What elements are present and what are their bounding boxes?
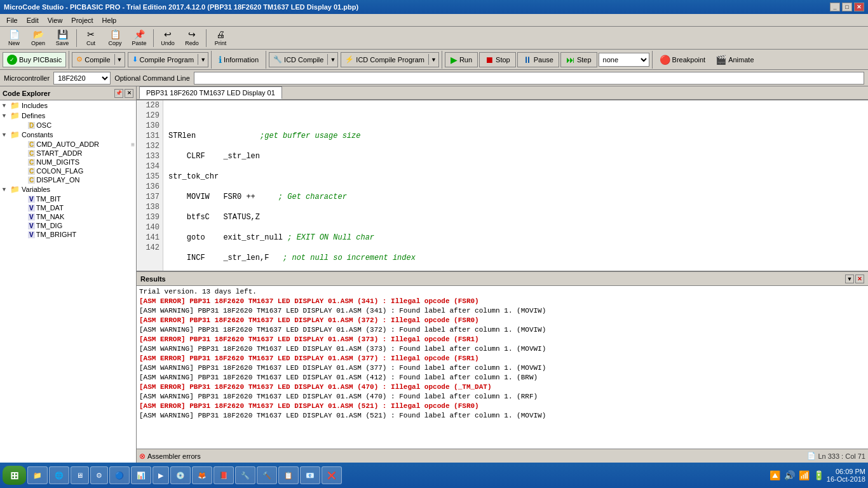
cmd-label: CMD_AUTO_ADDR bbox=[36, 140, 99, 148]
tab-bar: PBP31 18F2620 TM1637 LED Display 01 bbox=[137, 86, 868, 100]
debug-select[interactable]: none bbox=[599, 53, 649, 67]
cut-button[interactable]: ✂ Cut bbox=[79, 29, 102, 48]
taskbar-app2[interactable]: 🔨 bbox=[257, 466, 277, 484]
taskbar-settings[interactable]: ⚙ bbox=[90, 466, 108, 484]
taskbar-excel[interactable]: 📊 bbox=[131, 466, 151, 484]
run-button[interactable]: ▶ Run bbox=[445, 52, 478, 67]
tab-label: PBP31 18F2620 TM1637 LED Display 01 bbox=[146, 89, 275, 97]
animate-button[interactable]: 🎬 Animate bbox=[711, 52, 758, 67]
microcontroller-select[interactable]: 18F2620 bbox=[53, 72, 111, 85]
position-label: Ln 333 : Col 71 bbox=[818, 452, 865, 460]
sidebar-item-defines[interactable]: ▼ 📁 Defines bbox=[0, 111, 136, 121]
sidebar-item-osc[interactable]: D OSC bbox=[0, 121, 136, 130]
taskbar: ⊞ 📁 🌐 🖥 ⚙ 🔵 📊 ▶ 💿 🦊 📕 🔧 🔨 📋 📧 ❌ bbox=[0, 463, 868, 488]
numdig-type-badge: C bbox=[28, 159, 35, 166]
paste-button[interactable]: 📌 Paste bbox=[128, 29, 151, 48]
save-button[interactable]: 💾 Save bbox=[51, 29, 74, 48]
taskbar-internet-explorer[interactable]: 🔵 bbox=[109, 466, 130, 484]
start-label: START_ADDR bbox=[36, 149, 82, 157]
code-content[interactable]: STRlen ;get buffer usage size CLRF _str_… bbox=[163, 100, 868, 271]
menu-help[interactable]: Help bbox=[98, 15, 121, 25]
taskbar-media[interactable]: ▶ bbox=[153, 466, 169, 484]
icd-compile-arrow[interactable]: ▼ bbox=[328, 55, 337, 64]
new-button[interactable]: 📄 New bbox=[3, 29, 25, 48]
sidebar-item-includes[interactable]: ▼ 📁 Includes bbox=[0, 100, 136, 111]
print-button[interactable]: 🖨 Print bbox=[209, 29, 232, 48]
menu-project[interactable]: Project bbox=[67, 15, 97, 25]
compile-program-dropdown[interactable]: ⬇ Compile Program ▼ bbox=[128, 52, 209, 67]
sidebar-item-tm-dig[interactable]: V TM_DIG bbox=[0, 221, 136, 230]
sidebar-item-start-addr[interactable]: C START_ADDR bbox=[0, 149, 136, 158]
taskbar-browser[interactable]: 🌐 bbox=[49, 466, 69, 484]
sidebar-item-variables[interactable]: ▼ 📁 Variables bbox=[0, 184, 136, 194]
pause-button[interactable]: ⏸ Pause bbox=[517, 52, 559, 67]
taskbar-file-manager[interactable]: 📁 bbox=[27, 466, 48, 484]
sidebar-header: Code Explorer 📌 ✕ bbox=[0, 86, 136, 100]
menu-view[interactable]: View bbox=[44, 15, 67, 25]
paste-icon: 📌 bbox=[134, 29, 145, 39]
optional-command-input[interactable] bbox=[194, 72, 864, 85]
sidebar-close-button[interactable]: ✕ bbox=[125, 89, 133, 98]
results-close-button[interactable]: ✕ bbox=[855, 274, 864, 283]
results-dropdown-button[interactable]: ▼ bbox=[845, 274, 854, 283]
compile-dropdown[interactable]: ⚙ Compile ▼ bbox=[72, 52, 125, 67]
taskbar-storage[interactable]: 💿 bbox=[170, 466, 191, 484]
menu-file[interactable]: File bbox=[3, 15, 22, 25]
taskbar-app3[interactable]: 📋 bbox=[278, 466, 299, 484]
includes-expander: ▼ bbox=[1, 102, 10, 109]
taskbar-mozilla[interactable]: 🦊 bbox=[192, 466, 212, 484]
sidebar-item-colon-flag[interactable]: C COLON_FLAG bbox=[0, 166, 136, 175]
menu-edit[interactable]: Edit bbox=[23, 15, 43, 25]
sidebar-item-tm-dat[interactable]: V TM_DAT bbox=[0, 203, 136, 212]
sidebar-item-constants[interactable]: ▼ 📁 Constants bbox=[0, 130, 136, 140]
results-content[interactable]: Trial version. 13 days left. [ASM ERROR]… bbox=[137, 286, 868, 449]
taskbar-pickit[interactable]: 🔧 bbox=[235, 466, 255, 484]
compile-program-arrow[interactable]: ▼ bbox=[198, 55, 208, 64]
redo-button[interactable]: ↪ Redo bbox=[180, 29, 203, 48]
step-button[interactable]: ⏭ Step bbox=[560, 52, 597, 67]
maximize-button[interactable]: □ bbox=[842, 3, 852, 11]
undo-button[interactable]: ↩ Undo bbox=[156, 29, 179, 48]
sidebar-item-cmd-auto-addr[interactable]: C CMD_AUTO_ADDR ≡ bbox=[0, 140, 136, 149]
taskbar-app5[interactable]: ❌ bbox=[322, 466, 342, 484]
code-editor[interactable]: 128 129 130 131 132 133 134 135 136 137 … bbox=[137, 100, 868, 271]
taskbar-terminal[interactable]: 🖥 bbox=[71, 466, 89, 484]
result-line-7: [ASM ERROR] PBP31 18F2620 TM1637 LED DIS… bbox=[139, 354, 865, 363]
sidebar-pin-button[interactable]: 📌 bbox=[114, 89, 123, 98]
defines-label: Defines bbox=[22, 112, 45, 119]
taskbar-app4[interactable]: 📧 bbox=[300, 466, 320, 484]
open-button[interactable]: 📂 Open bbox=[27, 29, 50, 48]
tab-main[interactable]: PBP31 18F2620 TM1637 LED Display 01 bbox=[139, 86, 282, 99]
icd-compile-main[interactable]: 🔧 ICD Compile bbox=[269, 54, 328, 65]
minimize-button[interactable]: _ bbox=[830, 3, 840, 11]
icd-compile-program-arrow[interactable]: ▼ bbox=[429, 55, 438, 64]
sidebar-item-tm-bit[interactable]: V TM_BIT bbox=[0, 194, 136, 203]
stop-button[interactable]: ⏹ Stop bbox=[479, 52, 516, 67]
main-layout: Code Explorer 📌 ✕ ▼ 📁 Includes ▼ 📁 Defin bbox=[0, 86, 868, 463]
sidebar-item-tm-nak[interactable]: V TM_NAK bbox=[0, 212, 136, 221]
sidebar-item-display-on[interactable]: C DISPLAY_ON bbox=[0, 175, 136, 184]
icd-compile-program-dropdown[interactable]: ⚡ ICD Compile Program ▼ bbox=[341, 52, 439, 67]
breakpoint-button[interactable]: 🔴 Breakpoint bbox=[655, 52, 710, 67]
copy-button[interactable]: 📋 Copy bbox=[104, 29, 126, 48]
taskbar-pdf[interactable]: 📕 bbox=[214, 466, 234, 484]
start-button[interactable]: ⊞ bbox=[3, 466, 26, 485]
result-line-3: [ASM ERROR] PBP31 18F2620 TM1637 LED DIS… bbox=[139, 316, 865, 325]
close-button[interactable]: ✕ bbox=[854, 3, 864, 11]
icd-compile-dropdown[interactable]: 🔧 ICD Compile ▼ bbox=[269, 52, 338, 67]
sep8 bbox=[652, 51, 653, 69]
sidebar-item-tm-bright[interactable]: V TM_BRIGHT bbox=[0, 230, 136, 239]
icd-compile-program-main[interactable]: ⚡ ICD Compile Program bbox=[341, 54, 429, 65]
compile-main[interactable]: ⚙ Compile bbox=[72, 54, 114, 65]
buy-picbasic-button[interactable]: ✓ Buy PICBasic bbox=[3, 52, 66, 67]
results-header: Results ▼ ✕ bbox=[137, 272, 868, 286]
tmnak-label: TM_NAK bbox=[36, 213, 65, 220]
information-button[interactable]: ℹ Information bbox=[214, 52, 263, 67]
terminal-icon: 🖥 bbox=[76, 471, 83, 479]
compile-arrow[interactable]: ▼ bbox=[115, 55, 125, 64]
sidebar-item-num-digits[interactable]: C NUM_DIGITS bbox=[0, 158, 136, 166]
result-line-10: [ASM ERROR] PBP31 18F2620 TM1637 LED DIS… bbox=[139, 383, 865, 392]
display-type-badge: C bbox=[28, 177, 35, 184]
compile-program-main[interactable]: ⬇ Compile Program bbox=[128, 54, 199, 65]
app5-icon: ❌ bbox=[327, 471, 336, 480]
